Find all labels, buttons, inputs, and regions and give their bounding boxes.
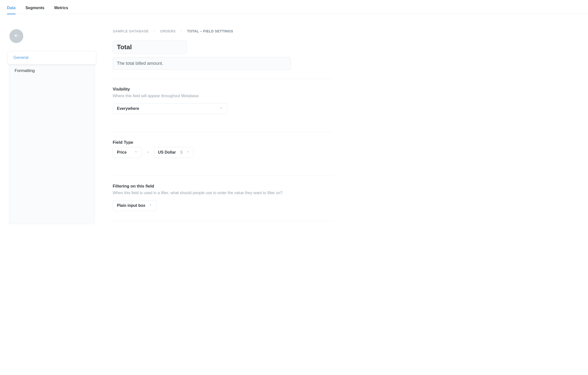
field-name-input[interactable]: Total [113, 41, 187, 54]
breadcrumb-current: TOTAL – FIELD SETTINGS [187, 29, 233, 33]
dollar-icon: $ [180, 150, 183, 155]
visibility-select[interactable]: Everywhere [113, 103, 227, 114]
field-description-input[interactable]: The total billed amount. [113, 57, 291, 70]
field-type-select[interactable]: Price [113, 147, 142, 158]
chevron-down-icon [149, 203, 152, 208]
chevron-down-icon [134, 150, 138, 155]
filtering-value: Plain input box [117, 203, 145, 208]
section-field-type: Field Type Price US Dollar $ [113, 132, 333, 167]
visibility-hint: Where this field will appear throughout … [113, 94, 333, 98]
back-button[interactable] [9, 29, 23, 43]
filtering-title: Filtering on this field [113, 184, 333, 189]
section-filtering: Filtering on this field When this field … [113, 176, 333, 220]
field-currency-select[interactable]: US Dollar $ [154, 147, 194, 158]
chevron-down-icon [186, 150, 189, 155]
field-type-value: Price [117, 150, 127, 155]
field-currency-value: US Dollar [158, 150, 176, 155]
chevron-right-icon [180, 29, 183, 33]
breadcrumb: SAMPLE DATABASE ORDERS TOTAL – FIELD SET… [113, 29, 333, 33]
chevron-down-icon [219, 106, 223, 111]
tab-segments[interactable]: Segments [26, 1, 44, 14]
sidebar-item-general[interactable]: General [8, 51, 96, 64]
filtering-hint: When this field is used in a filter, wha… [113, 191, 333, 195]
visibility-value: Everywhere [117, 106, 139, 111]
filtering-select[interactable]: Plain input box [113, 200, 157, 211]
breadcrumb-database[interactable]: SAMPLE DATABASE [113, 29, 149, 33]
sidebar-item-formatting[interactable]: Formatting [9, 64, 95, 77]
sidebar: General Formatting [9, 51, 95, 224]
chevron-right-icon [146, 150, 149, 155]
section-visibility: Visibility Where this field will appear … [113, 79, 333, 123]
chevron-right-icon [153, 29, 156, 33]
field-type-title: Field Type [113, 140, 333, 145]
arrow-left-icon [14, 33, 19, 39]
breadcrumb-table[interactable]: ORDERS [160, 29, 176, 33]
top-tabs: Data Segments Metrics [0, 0, 588, 14]
tab-data[interactable]: Data [7, 1, 16, 14]
visibility-title: Visibility [113, 87, 333, 92]
tab-metrics[interactable]: Metrics [54, 1, 68, 14]
